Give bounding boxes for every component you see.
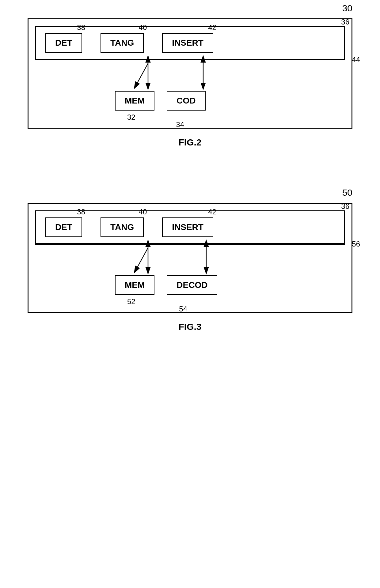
fig2-mem-container: MEM 32 [115,91,154,111]
fig3-diagram: 50 36 38 DET 40 [28,203,352,313]
fig3-mem-box: MEM [115,275,154,295]
fig2-tang-ref: 40 [139,23,147,32]
fig2-cod-label: COD [177,96,196,105]
fig2-mem-ref: 32 [127,113,135,122]
fig2-inner-box: 36 38 DET 40 TANG [35,26,345,60]
fig3-tang-ref: 40 [139,208,147,216]
fig2-divider-ref: 44 [352,55,360,64]
fig2-tang-label: TANG [110,38,134,47]
fig2-cod-ref: 34 [176,120,184,129]
fig2-bottom-section: MEM 32 COD 34 [28,60,352,128]
fig3-det-box: DET [45,217,82,237]
fig3-tang-box: TANG [101,217,144,237]
fig3-mem-container: MEM 52 [115,275,154,295]
fig3-caption: FIG.3 [178,322,201,332]
fig3-inner-box: 36 38 DET 40 TANG [35,210,345,244]
fig3-decod-container: DECOD 54 [167,275,217,295]
fig2-outer-ref: 30 [342,3,352,13]
fig2-cod-container: COD 34 [167,91,205,111]
fig3-insert-label: INSERT [172,222,203,232]
fig3-bottom-section: MEM 52 DECOD 54 [28,245,352,312]
svg-line-8 [134,248,148,273]
fig3-inner-ref: 36 [341,202,349,211]
fig2-insert-label: INSERT [172,38,203,47]
page: 30 36 38 DET 40 [0,0,380,588]
svg-line-3 [134,63,148,89]
fig2-det-box: DET [45,33,82,53]
fig3-det-label: DET [55,222,72,232]
fig2-inner-ref: 36 [341,18,349,26]
fig2-det-ref: 38 [77,23,85,32]
fig2-cod-box: COD [167,91,205,111]
fig2-mem-label: MEM [125,96,145,105]
fig3-decod-box: DECOD [167,275,217,295]
fig2-mem-box: MEM [115,91,154,111]
fig2-diagram: 30 36 38 DET 40 [28,18,352,129]
fig3-insert-ref: 42 [208,208,216,216]
fig2-outer-box: 36 38 DET 40 TANG [28,18,352,129]
fig3-divider-ref: 56 [352,240,360,248]
fig2-insert-ref: 42 [208,23,216,32]
fig2-caption: FIG.2 [178,137,201,148]
fig2-tang-box: TANG [101,33,144,53]
fig3-decod-ref: 54 [179,305,187,313]
fig3-section: 50 36 38 DET 40 [25,203,355,332]
fig3-tang-label: TANG [110,222,134,232]
fig3-outer-box: 36 38 DET 40 TANG [28,203,352,313]
fig3-outer-ref: 50 [342,187,352,198]
fig2-insert-box: INSERT [162,33,213,53]
fig2-section: 30 36 38 DET 40 [25,18,355,148]
fig3-det-ref: 38 [77,208,85,216]
fig3-mem-ref: 52 [127,297,135,306]
fig3-mem-label: MEM [125,280,145,290]
fig3-decod-label: DECOD [177,280,207,290]
fig3-insert-box: INSERT [162,217,213,237]
fig2-det-label: DET [55,38,72,47]
